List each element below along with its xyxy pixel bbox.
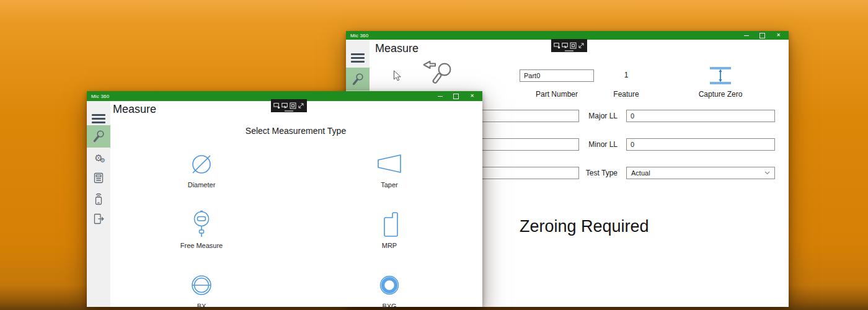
- screenshot-icon: [570, 42, 577, 49]
- capture-zero-icon[interactable]: [707, 66, 733, 85]
- minimize-icon: [438, 96, 443, 97]
- status-message: Zeroing Required: [520, 217, 649, 236]
- exit-icon: [92, 212, 105, 226]
- minimize-button[interactable]: [436, 93, 443, 100]
- screen-share-icon: [562, 42, 569, 49]
- micrometer-icon: [351, 73, 365, 86]
- device-wifi-icon: [92, 192, 105, 205]
- test-type-dropdown[interactable]: Actual: [626, 167, 775, 179]
- test-type-value: Actual: [631, 169, 650, 177]
- capture-toolbar[interactable]: [271, 99, 307, 112]
- front-window: Mic 360 ✕ ⚙⚙: [87, 91, 482, 307]
- front-sidebar: ⚙⚙: [87, 101, 110, 307]
- measurement-type-bx[interactable]: BX: [158, 270, 245, 310]
- sidebar-item-measure[interactable]: [87, 125, 110, 148]
- capture-zero-label: Capture Zero: [695, 90, 746, 99]
- part-number-input[interactable]: [520, 69, 594, 82]
- micrometer-icon: [92, 130, 105, 143]
- page-title: Measure: [375, 42, 418, 55]
- select-measurement-heading: Select Measurement Type: [172, 126, 420, 136]
- measure-back-arrow-icon[interactable]: [419, 56, 456, 92]
- maximize-button[interactable]: [759, 32, 766, 39]
- test-type-label: Test Type: [580, 169, 618, 177]
- gears-icon: ⚙⚙: [94, 153, 102, 163]
- screen-record-icon: [554, 42, 560, 49]
- maximize-icon: [453, 94, 459, 99]
- screenshot-icon: [290, 102, 296, 109]
- close-icon: ✕: [776, 33, 781, 38]
- dial-indicator-icon: [191, 210, 212, 239]
- calculator-icon: [92, 172, 105, 184]
- window-title: Mic 360: [346, 33, 368, 38]
- resize-move-icon: [578, 42, 585, 49]
- major-ll-input[interactable]: [626, 110, 775, 122]
- measurement-type-taper[interactable]: Taper: [346, 149, 433, 188]
- page-title: Measure: [113, 103, 156, 116]
- sidebar-item-exit[interactable]: [87, 210, 110, 228]
- maximize-icon: [760, 33, 765, 38]
- minor-ll-label: Minor LL: [580, 140, 618, 149]
- hamburger-menu-button[interactable]: [351, 53, 365, 63]
- resize-move-icon: [298, 102, 304, 109]
- back-titlebar: Mic 360 ✕: [346, 31, 789, 40]
- sidebar-item-measure[interactable]: [346, 68, 370, 91]
- mrp-icon: [379, 210, 399, 239]
- close-button[interactable]: ✕: [469, 93, 476, 100]
- chevron-down-icon: [764, 171, 770, 175]
- measurement-type-mrp[interactable]: MRP: [346, 210, 433, 249]
- maximize-button[interactable]: [453, 93, 459, 100]
- minor-ll-input[interactable]: [626, 138, 775, 151]
- window-title: Mic 360: [87, 94, 109, 99]
- bxg-icon: [377, 273, 402, 298]
- sidebar-item-settings[interactable]: ⚙⚙: [87, 149, 110, 167]
- measurement-type-diameter[interactable]: Diameter: [158, 149, 245, 188]
- feature-value: 1: [613, 71, 640, 79]
- close-button[interactable]: ✕: [775, 32, 782, 39]
- screen-share-icon: [281, 102, 288, 109]
- close-icon: ✕: [470, 94, 474, 99]
- feature-label: Feature: [600, 90, 652, 99]
- sidebar-item-device[interactable]: [87, 188, 110, 208]
- diameter-icon: [187, 149, 216, 178]
- minimize-icon: [744, 35, 749, 36]
- measurement-type-free-measure[interactable]: Free Measure: [158, 210, 245, 249]
- sidebar-item-calculator[interactable]: [87, 169, 110, 187]
- part-number-label: Part Number: [520, 90, 594, 99]
- bx-icon: [189, 273, 214, 298]
- screen-record-icon: [273, 102, 280, 109]
- capture-toolbar[interactable]: [551, 39, 587, 52]
- hamburger-menu-button[interactable]: [92, 114, 105, 123]
- major-ll-label: Major LL: [580, 112, 618, 120]
- minimize-button[interactable]: [743, 32, 750, 39]
- measurement-type-bxg[interactable]: BXG: [346, 270, 433, 310]
- taper-icon: [376, 151, 402, 176]
- mouse-cursor: [393, 70, 402, 82]
